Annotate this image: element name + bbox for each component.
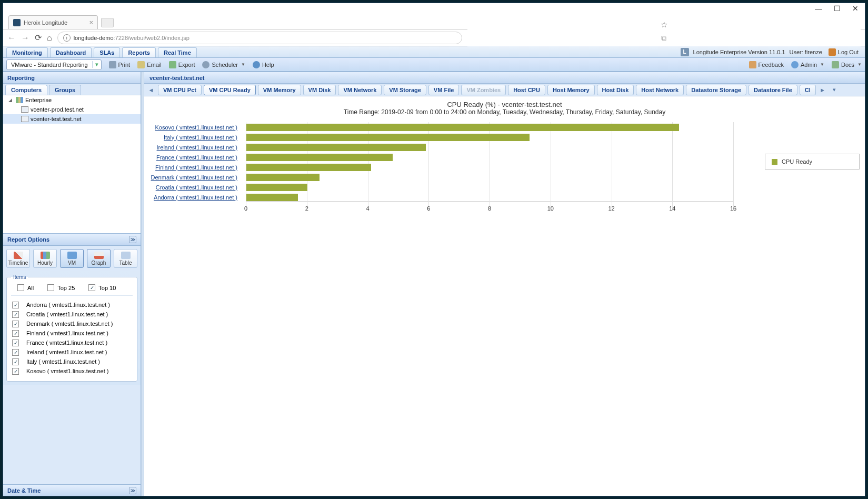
- print-button[interactable]: Print: [109, 61, 131, 68]
- browser-tab[interactable]: Heroix Longitude ×: [8, 15, 98, 29]
- nav-forward-icon[interactable]: →: [21, 33, 29, 43]
- email-button[interactable]: Email: [137, 61, 162, 68]
- list-item[interactable]: ✓Italy ( vmtest1.linux.test.net ): [12, 357, 132, 366]
- report-tab[interactable]: VM Disk: [303, 85, 336, 95]
- checkbox-icon[interactable]: ✓: [12, 340, 19, 346]
- graph-button[interactable]: Graph: [87, 249, 111, 268]
- feedback-button[interactable]: Feedback: [749, 61, 784, 68]
- x-tick-label: 8: [488, 205, 491, 212]
- nav-reload-icon[interactable]: ⟳: [35, 33, 42, 43]
- filter-top10[interactable]: ✓Top 10: [88, 284, 116, 291]
- report-tab[interactable]: Datastore File: [749, 85, 797, 95]
- new-tab-button[interactable]: [101, 18, 114, 27]
- nav-tab-reports[interactable]: Reports: [122, 47, 156, 57]
- list-item[interactable]: ✓Ireland ( vmtest1.linux.test.net ): [12, 347, 132, 357]
- report-tab[interactable]: Host Network: [636, 85, 684, 95]
- vm-button[interactable]: VM: [60, 249, 84, 268]
- subtab-groups[interactable]: Groups: [49, 85, 81, 95]
- checkbox-icon[interactable]: ✓: [12, 302, 19, 308]
- report-tab[interactable]: VM CPU Pct: [158, 85, 202, 95]
- list-item[interactable]: ✓Andorra ( vmtest1.linux.test.net ): [12, 300, 132, 310]
- filter-all[interactable]: All: [17, 284, 34, 291]
- checkbox-icon[interactable]: ✓: [12, 321, 19, 327]
- filter-top25[interactable]: Top 25: [47, 284, 75, 291]
- scheduler-button[interactable]: Scheduler▼: [202, 61, 245, 68]
- category-link[interactable]: Andorra ( vmtest1.linux.test.net ): [154, 194, 237, 201]
- help-button[interactable]: Help: [253, 61, 274, 68]
- timeline-button[interactable]: Timeline: [6, 249, 30, 268]
- list-item[interactable]: ✓France ( vmtest1.linux.test.net ): [12, 338, 132, 347]
- feedback-icon: [749, 61, 756, 68]
- category-link[interactable]: Italy ( vmtest1.linux.test.net ): [164, 134, 237, 141]
- date-time-header[interactable]: Date & Time ≫: [3, 484, 141, 496]
- computer-tree[interactable]: ◢ Enterprise vcenter-prod.test.netvcente…: [3, 95, 141, 234]
- logout-button[interactable]: Log Out: [829, 48, 859, 56]
- report-tab[interactable]: VM CPU Ready: [204, 85, 256, 95]
- hourly-button[interactable]: Hourly: [33, 249, 57, 268]
- list-item[interactable]: ✓Kosovo ( vmtest1.linux.test.net ): [12, 366, 132, 376]
- category-link[interactable]: France ( vmtest1.linux.test.net ): [156, 154, 237, 161]
- site-info-icon[interactable]: i: [63, 34, 71, 42]
- report-tab[interactable]: VM File: [428, 85, 460, 95]
- close-icon[interactable]: ✕: [852, 5, 859, 12]
- report-tab[interactable]: Datastore Storage: [686, 85, 746, 95]
- report-tab[interactable]: Cl: [800, 85, 816, 95]
- collapse-icon[interactable]: ◢: [8, 97, 14, 103]
- list-item[interactable]: ✓Denmark ( vmtest1.linux.test.net ): [12, 319, 132, 328]
- bar[interactable]: [246, 194, 298, 201]
- category-link[interactable]: Croatia ( vmtest1.linux.test.net ): [156, 184, 237, 191]
- expand-panel-icon[interactable]: ≫: [129, 487, 136, 494]
- subtab-computers[interactable]: Computers: [5, 85, 47, 95]
- list-item[interactable]: ✓Croatia ( vmtest1.linux.test.net ): [12, 310, 132, 319]
- checkbox-icon[interactable]: ✓: [12, 349, 19, 356]
- export-button[interactable]: Export: [169, 61, 195, 68]
- checkbox-icon[interactable]: ✓: [12, 368, 19, 375]
- tree-node[interactable]: vcenter-test.test.net: [3, 114, 141, 124]
- print-icon: [109, 61, 116, 68]
- table-button[interactable]: Table: [114, 249, 137, 268]
- checkbox-icon[interactable]: ✓: [12, 358, 19, 365]
- nav-tab-monitoring[interactable]: Monitoring: [6, 47, 48, 57]
- nav-tab-slas[interactable]: SLAs: [94, 47, 120, 57]
- list-item[interactable]: ✓Finland ( vmtest1.linux.test.net ): [12, 328, 132, 338]
- category-link[interactable]: Denmark ( vmtest1.linux.test.net ): [151, 174, 237, 181]
- bar[interactable]: [246, 184, 307, 191]
- checkbox-icon[interactable]: ✓: [12, 311, 19, 318]
- tab-close-icon[interactable]: ×: [89, 18, 93, 26]
- timeline-icon: [14, 252, 23, 259]
- bar[interactable]: [246, 144, 426, 151]
- report-tab[interactable]: VM Memory: [258, 85, 301, 95]
- extension-icon[interactable]: ⧉: [661, 34, 666, 43]
- admin-menu[interactable]: Admin▼: [791, 61, 824, 68]
- bar[interactable]: [246, 164, 371, 171]
- bar[interactable]: [246, 174, 320, 181]
- bookmark-icon[interactable]: ☆: [661, 20, 667, 29]
- docs-menu[interactable]: Docs▼: [832, 61, 862, 68]
- report-tab[interactable]: VM Storage: [384, 85, 426, 95]
- nav-tab-real-time[interactable]: Real Time: [158, 47, 197, 57]
- report-tab[interactable]: Host CPU: [508, 85, 545, 95]
- scroll-left-icon[interactable]: ◄: [146, 85, 156, 95]
- bar[interactable]: [246, 154, 393, 161]
- maximize-icon[interactable]: ☐: [834, 5, 841, 12]
- checkbox-icon[interactable]: ✓: [12, 330, 19, 337]
- tree-node[interactable]: vcenter-prod.test.net: [3, 105, 141, 114]
- category-link[interactable]: Finland ( vmtest1.linux.test.net ): [155, 164, 237, 171]
- category-link[interactable]: Kosovo ( vmtest1.linux.test.net ): [155, 124, 237, 131]
- report-tab[interactable]: Host Memory: [547, 85, 595, 95]
- minimize-icon[interactable]: —: [815, 5, 822, 12]
- report-type-select[interactable]: VMware - Standard Reporting ▾: [6, 59, 102, 70]
- bar[interactable]: [246, 134, 530, 141]
- tab-menu-icon[interactable]: ▾: [830, 85, 839, 95]
- scroll-right-icon[interactable]: ►: [818, 85, 827, 95]
- url-input[interactable]: i longitude-demo:7228/webui/web2.0/index…: [57, 32, 462, 44]
- bar[interactable]: [246, 124, 679, 131]
- report-tab[interactable]: VM Network: [338, 85, 382, 95]
- nav-back-icon[interactable]: ←: [7, 33, 16, 43]
- nav-home-icon[interactable]: ⌂: [47, 33, 52, 43]
- collapse-panel-icon[interactable]: ≫: [129, 236, 136, 243]
- report-tab[interactable]: Host Disk: [597, 85, 634, 95]
- nav-tab-dashboard[interactable]: Dashboard: [50, 47, 92, 57]
- category-link[interactable]: Ireland ( vmtest1.linux.test.net ): [157, 144, 237, 151]
- tree-root[interactable]: ◢ Enterprise: [3, 95, 141, 105]
